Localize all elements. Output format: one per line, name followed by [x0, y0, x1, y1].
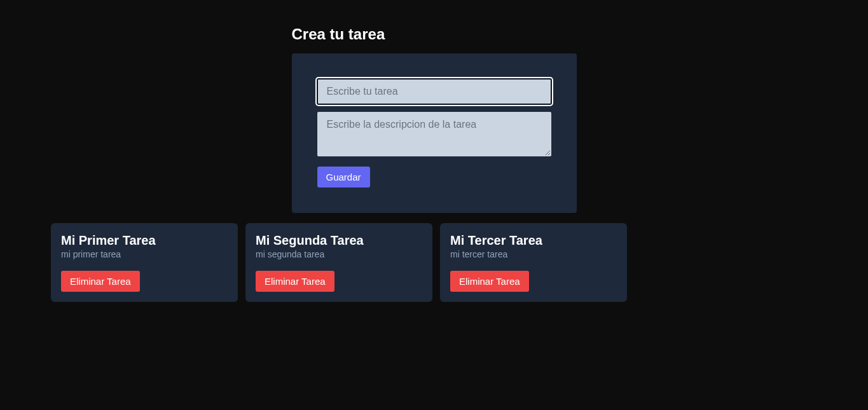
page-title: Crea tu tarea — [292, 25, 577, 43]
task-title: Mi Tercer Tarea — [450, 233, 617, 248]
task-title: Mi Segunda Tarea — [256, 233, 422, 248]
task-description: mi segunda tarea — [256, 249, 422, 259]
task-title: Mi Primer Tarea — [61, 233, 228, 248]
delete-task-button[interactable]: Eliminar Tarea — [61, 271, 140, 292]
save-button[interactable]: Guardar — [317, 167, 370, 188]
task-title-input[interactable] — [317, 79, 551, 104]
create-task-card: Guardar — [292, 53, 577, 213]
task-card: Mi Primer Tarea mi primer tarea Eliminar… — [51, 223, 238, 302]
delete-task-button[interactable]: Eliminar Tarea — [450, 271, 529, 292]
tasks-list: Mi Primer Tarea mi primer tarea Eliminar… — [0, 223, 868, 302]
delete-task-button[interactable]: Eliminar Tarea — [256, 271, 334, 292]
task-description-input[interactable] — [317, 112, 551, 156]
task-card: Mi Tercer Tarea mi tercer tarea Eliminar… — [440, 223, 627, 302]
task-description: mi tercer tarea — [450, 249, 617, 259]
task-card: Mi Segunda Tarea mi segunda tarea Elimin… — [245, 223, 432, 302]
task-description: mi primer tarea — [61, 249, 228, 259]
